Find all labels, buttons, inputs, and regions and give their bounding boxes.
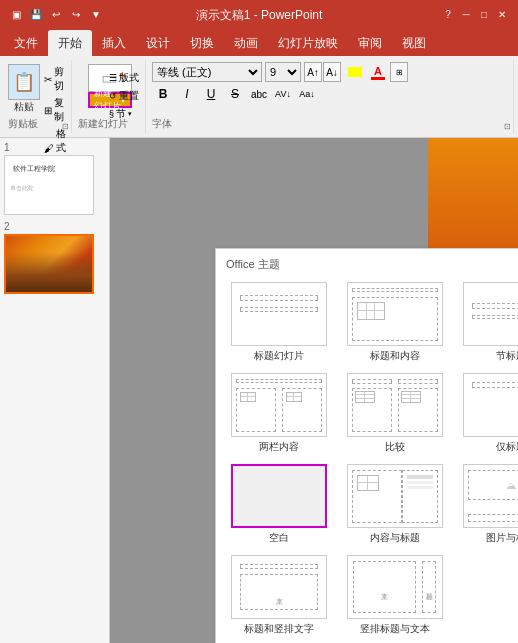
save-icon[interactable]: 💾	[28, 6, 44, 22]
layout-name-title-content: 标题和内容	[370, 349, 420, 363]
reset-button[interactable]: ↺ 重置	[107, 88, 141, 104]
window-controls: ? ─ □ ✕	[440, 6, 510, 22]
maximize-icon[interactable]: □	[476, 6, 492, 22]
layout-dropdown: Office 主题 标题幻灯片	[215, 248, 518, 643]
layout-item-section-title[interactable]: 节标题	[456, 280, 518, 365]
reset-icon: ↺	[109, 91, 117, 101]
layout-item-two-col[interactable]: 两栏内容	[224, 371, 334, 456]
new-slide-group-label: 新建幻灯片	[78, 117, 128, 131]
lt-col-right-4	[282, 388, 322, 432]
layout-thumb-title-only	[463, 373, 518, 437]
app-icon: ▣	[8, 6, 24, 22]
layout-item-title-slide[interactable]: 标题幻灯片	[224, 280, 334, 365]
help-icon[interactable]: ?	[440, 6, 456, 22]
lt-sub-line-1	[240, 307, 318, 312]
layout-item-picture-title[interactable]: ⛰ 图片与标题	[456, 462, 518, 547]
layout-thumb-picture-title: ⛰	[463, 464, 518, 528]
font-name-select[interactable]: 等线 (正文)	[152, 62, 262, 82]
tab-file[interactable]: 文件	[4, 30, 48, 56]
strikethrough-button[interactable]: S	[224, 84, 246, 104]
layout-button[interactable]: ☰ 版式	[107, 70, 141, 86]
layout-thumb-two-col	[231, 373, 327, 437]
highlight-color-swatch	[348, 67, 362, 77]
copy-icon: ⊞	[44, 105, 52, 116]
tab-insert[interactable]: 插入	[92, 30, 136, 56]
fonts-row1: 等线 (正文) 9 A↑ A↓ A ⊞	[152, 62, 509, 82]
cut-button[interactable]: ✂ 剪切	[42, 64, 68, 94]
underline-button[interactable]: U	[200, 84, 222, 104]
layout-item-title-vertical[interactable]: 文本 标题和竖排文字	[224, 553, 334, 638]
paste-label: 粘贴	[14, 100, 34, 114]
ribbon: 📋 粘贴 ✂ 剪切 ⊞ 复制 🖌 格式刷 剪贴板 ⊡	[0, 56, 518, 138]
slide-panel: 1 软件工程学院 单击此处 2	[0, 138, 110, 643]
minimize-icon[interactable]: ─	[458, 6, 474, 22]
slide1-title: 软件工程学院	[13, 164, 55, 174]
font-size-select[interactable]: 9	[265, 62, 301, 82]
redo-icon[interactable]: ↪	[68, 6, 84, 22]
copy-label: 复制	[54, 96, 66, 124]
tab-view[interactable]: 视图	[392, 30, 436, 56]
lt-col-left-4	[236, 388, 276, 432]
layout-item-blank[interactable]: 空白	[224, 462, 334, 547]
undo-icon[interactable]: ↩	[48, 6, 64, 22]
cut-label: 剪切	[54, 65, 66, 93]
layout-name-compare: 比较	[385, 440, 405, 454]
clipboard-expand[interactable]: ⊡	[62, 122, 69, 131]
slide-image-2	[4, 234, 94, 294]
title-bar: ▣ 💾 ↩ ↪ ▼ 演示文稿1 - PowerPoint ? ─ □ ✕	[0, 0, 518, 28]
tab-animation[interactable]: 动画	[224, 30, 268, 56]
new-slide-group: ▭ + 新建幻灯片 ▾ ☰ 版式 ↺ 重置 § 节 ▾	[74, 60, 146, 133]
slide-thumb-1[interactable]: 1 软件工程学院 单击此处	[4, 142, 105, 215]
fonts-expand[interactable]: ⊡	[504, 122, 511, 131]
layout-thumb-blank	[231, 464, 327, 528]
lt-compare-top	[352, 379, 392, 384]
font-color-swatch	[371, 77, 385, 80]
cut-icon: ✂	[44, 74, 52, 85]
layout-name-title-only: 仅标题	[496, 440, 518, 454]
customize-icon[interactable]: ▼	[88, 6, 104, 22]
tab-design[interactable]: 设计	[136, 30, 180, 56]
lt-mini-title-4	[236, 379, 322, 383]
clipboard-label: 剪贴板	[8, 117, 38, 131]
lt-title-only-line	[472, 382, 518, 388]
slide-thumb-2[interactable]: 2	[4, 221, 105, 294]
tab-transition[interactable]: 切换	[180, 30, 224, 56]
layout-item-title-only[interactable]: 仅标题	[456, 371, 518, 456]
layout-thumb-title-content	[347, 282, 443, 346]
copy-button[interactable]: ⊞ 复制	[42, 95, 68, 125]
font-increase-button[interactable]: A↑	[304, 62, 322, 82]
dropdown-title: Office 主题	[224, 257, 518, 272]
canvas-area: Office 主题 标题幻灯片	[110, 138, 518, 643]
bold-button[interactable]: B	[152, 84, 174, 104]
lt-mini-content-2	[352, 297, 438, 341]
layout-item-title-content[interactable]: 标题和内容	[340, 280, 450, 365]
layout-item-vertical-title-text[interactable]: 标题 文本 竖排标题与文本	[340, 553, 450, 638]
color-buttons: A ⊞	[344, 62, 408, 82]
layout-name-title-vertical: 标题和竖排文字	[244, 622, 314, 636]
italic-button[interactable]: I	[176, 84, 198, 104]
char-spacing-button[interactable]: AV↓	[272, 84, 294, 104]
font-color-icon: A	[374, 65, 382, 77]
tab-review[interactable]: 审阅	[348, 30, 392, 56]
shadow-button[interactable]: abc	[248, 84, 270, 104]
lt-section-line2	[472, 315, 518, 319]
main-area: 1 软件工程学院 单击此处 2 Office 主题	[0, 138, 518, 643]
layout-thumb-title-slide	[231, 282, 327, 346]
layout-name-vertical-title-text: 竖排标题与文本	[360, 622, 430, 636]
font-decrease-button[interactable]: A↓	[323, 62, 341, 82]
slide-image-1: 软件工程学院 单击此处	[4, 155, 94, 215]
layout-item-compare[interactable]: 比较	[340, 371, 450, 456]
highlight-color-button[interactable]	[344, 62, 366, 82]
layout-item-content-title[interactable]: 内容与标题	[340, 462, 450, 547]
tab-slideshow[interactable]: 幻灯片放映	[268, 30, 348, 56]
layout-name-content-title: 内容与标题	[370, 531, 420, 545]
tab-start[interactable]: 开始	[48, 30, 92, 56]
close-icon[interactable]: ✕	[494, 6, 510, 22]
more-fonts-button[interactable]: ⊞	[390, 62, 408, 82]
mini-table-icon	[357, 302, 385, 320]
case-button[interactable]: Aa↓	[296, 84, 318, 104]
title-bar-left: ▣ 💾 ↩ ↪ ▼	[8, 6, 104, 22]
ribbon-tabs: 文件 开始 插入 设计 切换 动画 幻灯片放映 审阅 视图	[0, 28, 518, 56]
layout-icon: ☰	[109, 73, 117, 83]
font-color-button[interactable]: A	[367, 62, 389, 82]
